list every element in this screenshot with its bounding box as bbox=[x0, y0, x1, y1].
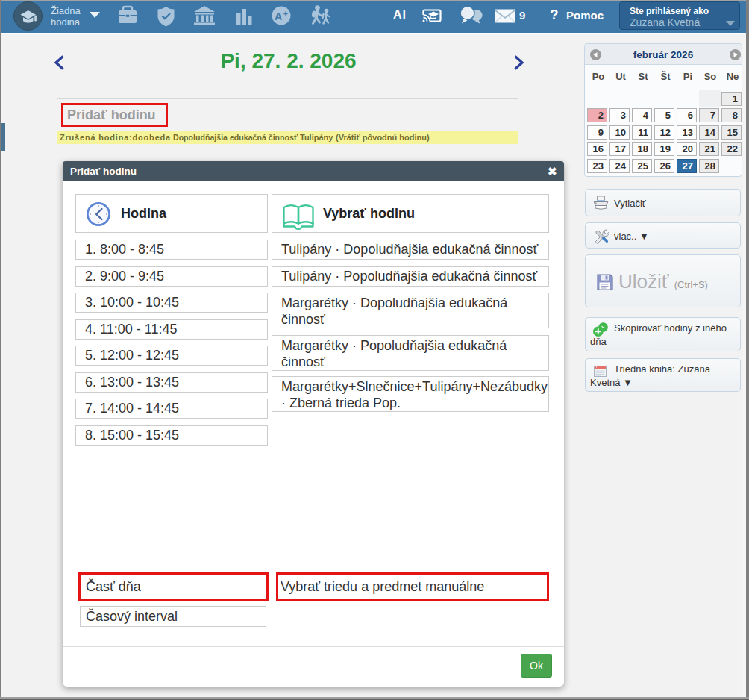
svg-text:+: + bbox=[283, 10, 288, 18]
svg-text:A: A bbox=[275, 10, 282, 22]
